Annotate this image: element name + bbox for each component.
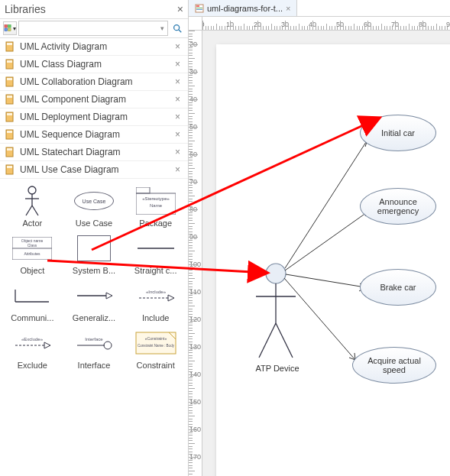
svg-rect-21	[7, 166, 12, 168]
book-icon	[5, 76, 15, 87]
library-item-close-icon[interactable]: ×	[172, 164, 183, 175]
book-icon	[5, 147, 15, 157]
svg-line-26	[32, 206, 38, 215]
libraries-panel: Libraries × ▾ ▾ UML Activity Diagram×UML…	[0, 0, 189, 476]
document-icon	[195, 4, 204, 13]
svg-line-5	[179, 30, 182, 33]
search-input[interactable]: ▾	[18, 21, 168, 36]
svg-rect-56	[196, 9, 202, 10]
shape-generalization[interactable]: Generaliz...	[65, 278, 124, 322]
library-item-label: UML Class Diagram	[20, 59, 172, 70]
svg-rect-9	[7, 60, 12, 63]
svg-line-62	[285, 140, 367, 268]
svg-rect-19	[7, 148, 12, 151]
usecase-initial-car[interactable]: Initial car	[360, 115, 436, 151]
svg-point-57	[266, 264, 286, 283]
svg-rect-55	[196, 8, 202, 8]
canvas[interactable]: Initial car Announce emergency Brake car…	[202, 31, 450, 476]
svg-text:«Stereotype»: «Stereotype»	[142, 196, 170, 201]
panel-title: Libraries	[5, 3, 177, 15]
svg-marker-40	[106, 293, 112, 299]
library-item-label: UML Sequence Diagram	[20, 129, 172, 140]
book-icon	[5, 112, 15, 122]
shape-usecase[interactable]: Use Case Use Case	[65, 183, 124, 228]
document-tab[interactable]: uml-diagrams-for-t... ×	[189, 0, 297, 16]
shape-constraint[interactable]: «Constraint»Constraint Name : Body Const…	[126, 325, 185, 370]
library-item-label: UML Statechart Diagram	[20, 147, 172, 157]
svg-text:Name: Name	[150, 203, 163, 208]
library-item[interactable]: UML Statechart Diagram×	[0, 144, 188, 161]
shape-exclude[interactable]: «Exclude» Exclude	[3, 325, 62, 370]
svg-rect-13	[7, 96, 12, 98]
library-item[interactable]: UML Deployment Diagram×	[0, 108, 188, 126]
library-item[interactable]: UML Component Diagram×	[0, 91, 188, 108]
svg-rect-17	[7, 131, 12, 133]
shape-object[interactable]: Object nameClassAttributes Object	[3, 231, 62, 275]
usecase-announce-emergency[interactable]: Announce emergency	[360, 188, 436, 225]
library-item-label: UML Activity Diagram	[20, 41, 172, 52]
shape-interface[interactable]: Interface Interface	[65, 325, 124, 370]
library-item-close-icon[interactable]: ×	[172, 59, 183, 70]
shape-include[interactable]: «Include» Include	[126, 278, 185, 322]
shape-palette: Actor Use Case Use Case «Stereotype»Name…	[0, 179, 188, 373]
shape-system-boundary[interactable]: System B...	[65, 231, 124, 275]
usecase-brake-car[interactable]: Brake car	[360, 269, 436, 306]
shape-straight-connector[interactable]: Straight c...	[126, 231, 185, 275]
svg-point-4	[174, 25, 180, 31]
svg-rect-2	[5, 28, 8, 31]
ruler-corner	[189, 17, 202, 31]
svg-text:«Include»: «Include»	[146, 290, 167, 294]
library-item-close-icon[interactable]: ×	[172, 41, 183, 52]
shape-actor[interactable]: Actor	[3, 183, 62, 228]
shape-communication[interactable]: Communi...	[3, 278, 62, 322]
library-item[interactable]: UML Use Case Diagram×	[0, 161, 188, 179]
book-icon	[5, 41, 15, 52]
svg-rect-11	[7, 78, 12, 80]
svg-text:«Constraint»: «Constraint»	[144, 336, 167, 341]
svg-text:Constraint Name : Body: Constraint Name : Body	[138, 344, 175, 348]
library-item-close-icon[interactable]: ×	[172, 94, 183, 105]
svg-rect-3	[8, 28, 11, 31]
usecase-acquire-speed[interactable]: Acquire actual speed	[352, 347, 436, 384]
library-item[interactable]: UML Class Diagram×	[0, 56, 188, 73]
library-item-label: UML Component Diagram	[20, 94, 172, 105]
svg-rect-54	[196, 5, 199, 7]
library-item-label: UML Use Case Diagram	[20, 164, 172, 175]
library-item[interactable]: UML Sequence Diagram×	[0, 126, 188, 144]
library-item-close-icon[interactable]: ×	[172, 129, 183, 140]
actor-atp-device[interactable]	[256, 264, 296, 358]
tabs: uml-diagrams-for-t... ×	[189, 0, 450, 17]
library-menu-button[interactable]: ▾	[3, 21, 17, 35]
library-item-close-icon[interactable]: ×	[172, 112, 183, 122]
svg-text:«Exclude»: «Exclude»	[21, 337, 44, 342]
book-icon	[5, 129, 15, 140]
svg-text:Interface: Interface	[85, 337, 103, 342]
library-item-label: UML Deployment Diagram	[20, 112, 172, 122]
tab-close-icon[interactable]: ×	[286, 4, 290, 13]
svg-marker-42	[168, 295, 174, 301]
svg-rect-15	[7, 113, 12, 115]
svg-line-63	[285, 211, 369, 270]
ruler-horizontal[interactable]: 0102030405060708090	[202, 17, 450, 31]
svg-rect-1	[8, 24, 11, 28]
library-item[interactable]: UML Collaboration Diagram×	[0, 73, 188, 91]
actor-label: ATP Device	[247, 364, 308, 373]
library-list: UML Activity Diagram×UML Class Diagram×U…	[0, 38, 188, 179]
svg-rect-0	[5, 24, 8, 28]
svg-line-25	[26, 206, 32, 215]
library-item-label: UML Collaboration Diagram	[20, 76, 172, 87]
shape-package[interactable]: «Stereotype»Name Package	[126, 183, 185, 228]
svg-rect-27	[136, 187, 150, 193]
svg-marker-45	[44, 342, 50, 348]
svg-line-60	[259, 323, 276, 358]
search-icon[interactable]	[170, 21, 185, 36]
book-icon	[5, 59, 15, 70]
close-icon[interactable]: ×	[177, 3, 183, 15]
svg-point-48	[104, 342, 112, 349]
library-item-close-icon[interactable]: ×	[172, 147, 183, 157]
svg-line-61	[276, 323, 293, 358]
svg-line-65	[284, 278, 355, 360]
library-item[interactable]: UML Activity Diagram×	[0, 38, 188, 56]
library-item-close-icon[interactable]: ×	[172, 76, 183, 87]
ruler-vertical[interactable]: 2030405060708090100110120130140150160170…	[189, 31, 202, 476]
